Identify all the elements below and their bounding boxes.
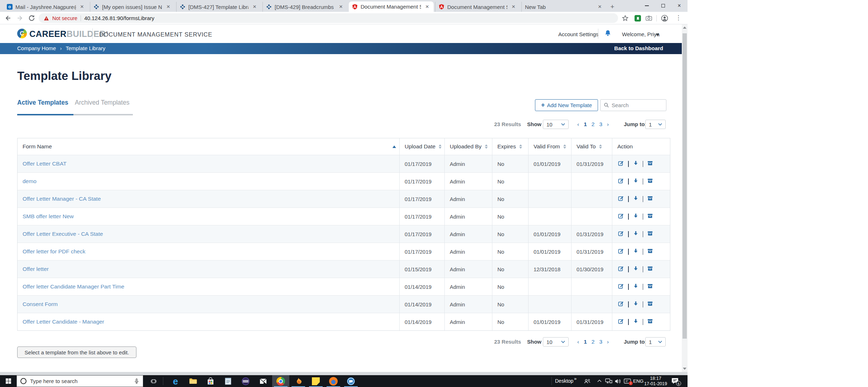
select-template-hint-button[interactable]: Select a template from the list above to… <box>17 347 136 358</box>
start-button[interactable] <box>0 375 16 387</box>
template-name-link[interactable]: demo <box>18 173 400 190</box>
previous-page-icon[interactable]: ‹ <box>577 119 579 129</box>
archive-template-button[interactable] <box>647 283 653 290</box>
edit-template-button[interactable] <box>618 266 624 273</box>
page-number-link[interactable]: 3 <box>599 119 602 129</box>
network-icon[interactable] <box>605 378 612 384</box>
tab-close-icon[interactable]: × <box>251 4 258 10</box>
archive-template-button[interactable] <box>647 248 653 255</box>
template-name-link[interactable]: Offer letter <box>18 261 400 278</box>
people-icon[interactable] <box>584 378 591 384</box>
edit-template-button[interactable] <box>618 230 624 238</box>
page-number-link[interactable]: 2 <box>592 119 595 129</box>
archive-template-button[interactable] <box>647 318 653 325</box>
window-close-button[interactable]: × <box>671 0 688 11</box>
taskbar-app-notepad[interactable] <box>220 375 237 387</box>
taskbar-app-explorer[interactable] <box>184 375 202 387</box>
sort-icon[interactable] <box>485 144 488 149</box>
previous-page-icon[interactable]: ‹ <box>577 337 579 347</box>
template-name-link[interactable]: Offer Letter CBAT <box>18 155 400 172</box>
window-minimize-button[interactable] <box>639 0 655 11</box>
sort-ascending-icon[interactable] <box>392 145 396 148</box>
archive-template-button[interactable] <box>647 178 653 185</box>
tab-close-icon[interactable]: × <box>79 4 85 10</box>
browser-tab[interactable]: [DMS-429] Breadcrumbs | Not pr× <box>262 2 347 12</box>
page-scrollbar[interactable] <box>682 24 688 372</box>
show-hidden-icons-chevron[interactable] <box>597 379 602 382</box>
extension-icon[interactable] <box>635 15 641 22</box>
column-header[interactable]: Form Name <box>18 138 400 155</box>
taskbar-app-flame[interactable] <box>290 375 307 387</box>
jump-to-select[interactable]: 1 <box>645 120 666 129</box>
breadcrumb-template-library[interactable]: Template Library <box>66 45 105 51</box>
tab-close-icon[interactable]: × <box>165 4 172 10</box>
archive-template-button[interactable] <box>647 230 653 238</box>
careerbuilder-logo[interactable]: C <box>17 29 27 38</box>
browser-tab[interactable]: New Tab× <box>521 2 606 12</box>
page-size-select[interactable]: 10 <box>543 337 569 347</box>
url-bar[interactable]: Not secure 40.124.26.81:90/formsLibrary <box>39 13 618 23</box>
bookmark-star-icon[interactable] <box>622 15 629 22</box>
taskbar-app-chat[interactable] <box>342 375 360 387</box>
page-number-link[interactable]: 2 <box>592 337 595 347</box>
desktop-switcher-label[interactable]: Desktop <box>555 375 573 387</box>
browser-tab[interactable]: oMail - Jayshree.Nagpure@caree× <box>4 2 88 12</box>
template-name-link[interactable]: SMB offer letter New <box>18 208 400 225</box>
edit-template-button[interactable] <box>618 301 624 308</box>
browser-tab[interactable]: Document Management Service× <box>435 2 520 12</box>
tab-close-icon[interactable]: × <box>510 4 517 10</box>
download-template-button[interactable] <box>633 213 639 220</box>
tab-close-icon[interactable]: × <box>424 4 430 10</box>
breadcrumb-company-home[interactable]: Company Home <box>17 45 56 51</box>
column-header[interactable]: Action <box>612 138 670 155</box>
sort-icon[interactable] <box>599 144 602 149</box>
clock[interactable]: 18:17 17-01-2019 <box>644 376 667 386</box>
screenshot-extension-icon[interactable] <box>645 15 652 22</box>
jump-to-select[interactable]: 1 <box>645 337 666 347</box>
column-header[interactable]: Valid From <box>529 138 572 155</box>
archive-template-button[interactable] <box>647 213 653 220</box>
column-header[interactable]: Expires <box>492 138 529 155</box>
edit-template-button[interactable] <box>618 160 624 167</box>
browser-tab[interactable]: [DMS-427] Template Library | Lo× <box>176 2 261 12</box>
next-page-icon[interactable]: › <box>607 337 609 347</box>
scroll-up-arrow[interactable] <box>683 27 686 29</box>
careerbuilder-wordmark[interactable]: CAREERBUILDER® <box>29 29 108 39</box>
tab-active-templates[interactable]: Active Templates <box>17 99 68 106</box>
download-template-button[interactable] <box>633 301 639 308</box>
profile-icon[interactable] <box>661 15 668 22</box>
browser-menu-icon[interactable]: ⋮ <box>675 14 681 22</box>
archive-template-button[interactable] <box>647 195 653 202</box>
scroll-down-arrow[interactable] <box>683 368 686 370</box>
archive-template-button[interactable] <box>647 301 653 308</box>
download-template-button[interactable] <box>633 178 639 185</box>
sort-icon[interactable] <box>439 144 442 149</box>
volume-icon[interactable] <box>614 378 622 384</box>
taskbar-search-input[interactable] <box>30 378 130 384</box>
notification-center-icon[interactable]: 5 <box>671 377 679 384</box>
template-name-link[interactable]: Offer Letter Executive - CA State <box>18 225 400 243</box>
edit-template-button[interactable] <box>618 248 624 255</box>
tab-archived-templates[interactable]: Archived Templates <box>75 99 129 106</box>
taskbar-app-mail[interactable] <box>255 375 272 387</box>
sort-icon[interactable] <box>519 144 522 149</box>
chevron-down-icon[interactable] <box>656 34 659 36</box>
edit-template-button[interactable] <box>618 318 624 325</box>
archive-template-button[interactable] <box>647 266 653 273</box>
forward-icon[interactable] <box>16 14 24 22</box>
page-number-link[interactable]: 1 <box>584 119 587 129</box>
column-header[interactable]: Uploaded By <box>445 138 492 155</box>
tab-close-icon[interactable]: × <box>338 4 344 10</box>
browser-tab[interactable]: Document Management Service× <box>349 1 434 12</box>
notification-bell-icon[interactable] <box>604 30 611 37</box>
page-number-link[interactable]: 3 <box>599 337 602 347</box>
archive-template-button[interactable] <box>647 160 653 167</box>
page-size-select[interactable]: 10 <box>543 120 569 129</box>
language-indicator[interactable]: ENG <box>633 375 643 387</box>
search-input[interactable] <box>612 102 663 108</box>
column-header[interactable]: Upload Date <box>400 138 445 155</box>
download-template-button[interactable] <box>633 195 639 202</box>
back-icon[interactable] <box>4 14 12 22</box>
template-name-link[interactable]: Offer Letter Manager - CA State <box>18 190 400 207</box>
edit-template-button[interactable] <box>618 283 624 290</box>
